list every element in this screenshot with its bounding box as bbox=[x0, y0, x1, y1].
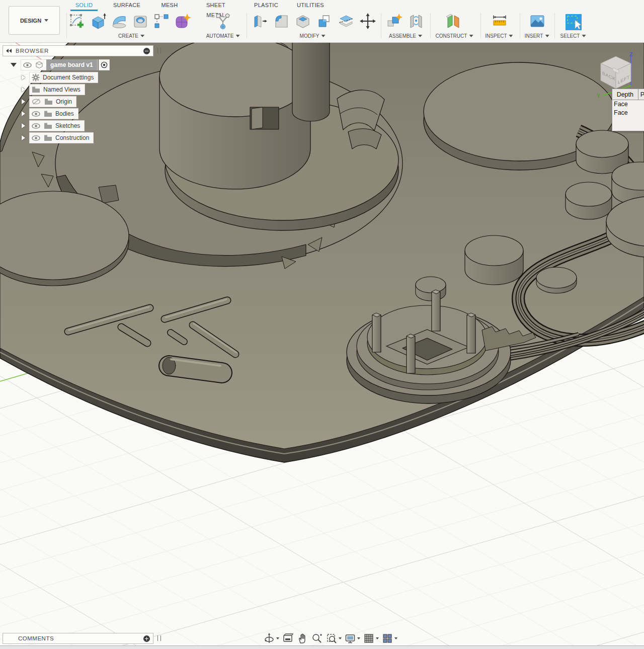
combine-icon[interactable] bbox=[316, 13, 333, 30]
insert-image-icon[interactable] bbox=[529, 13, 546, 30]
expanded-arrow-icon[interactable] bbox=[11, 63, 17, 67]
browser-header[interactable]: BROWSER bbox=[3, 45, 153, 56]
construct-plane-icon[interactable] bbox=[445, 13, 462, 30]
layout-grid-icon bbox=[363, 632, 375, 644]
eye-icon[interactable] bbox=[32, 111, 40, 117]
revolve-icon[interactable] bbox=[111, 13, 128, 30]
folder-icon bbox=[32, 86, 40, 93]
design-menu-label: DESIGN bbox=[20, 18, 41, 24]
new-component-icon[interactable] bbox=[385, 13, 403, 30]
collapsed-arrow-icon[interactable] bbox=[22, 123, 25, 128]
tab-utilities[interactable]: UTILITIES bbox=[296, 0, 325, 11]
tree-row-document-settings[interactable]: Document Settings bbox=[22, 72, 98, 83]
folder-icon bbox=[44, 122, 52, 129]
y-axis-label: Y bbox=[597, 93, 601, 99]
select-icon[interactable] bbox=[564, 13, 583, 32]
comments-title: COMMENTS bbox=[18, 635, 143, 641]
look-at-icon bbox=[282, 632, 294, 644]
group-insert[interactable]: INSERT bbox=[525, 32, 549, 39]
viewports-button[interactable] bbox=[381, 632, 398, 645]
fillet-icon[interactable] bbox=[273, 13, 290, 30]
shell-icon[interactable] bbox=[294, 13, 311, 30]
caret-down-icon bbox=[545, 35, 549, 37]
selection-candidate-face[interactable]: Face bbox=[612, 109, 644, 117]
collapsed-arrow-icon[interactable] bbox=[22, 75, 25, 80]
panel-minimize-icon[interactable] bbox=[143, 48, 150, 54]
depth-column-header: Depth bbox=[612, 89, 638, 100]
group-create[interactable]: CREATE bbox=[118, 32, 144, 39]
eye-icon[interactable] bbox=[23, 62, 32, 68]
folder-icon bbox=[44, 134, 52, 141]
add-comment-icon[interactable] bbox=[143, 635, 150, 642]
browser-title: BROWSER bbox=[16, 48, 143, 54]
group-construct[interactable]: CONSTRUCT bbox=[436, 32, 473, 39]
tree-row-bodies[interactable]: Bodies bbox=[22, 108, 78, 119]
zoom-button[interactable] bbox=[310, 632, 324, 645]
tree-row-sketches[interactable]: Sketches bbox=[22, 120, 85, 131]
selection-candidate-face[interactable]: Face bbox=[612, 100, 644, 109]
selection-depth-header: Depth P bbox=[612, 89, 644, 100]
tree-row-named-views[interactable]: Named Views bbox=[22, 84, 85, 95]
tree-row-origin[interactable]: Origin bbox=[22, 96, 76, 107]
comments-header[interactable]: COMMENTS bbox=[3, 633, 153, 644]
tab-sheet-metal[interactable]: SHEET METAL bbox=[196, 0, 235, 11]
viewport-3d-scene[interactable] bbox=[0, 42, 644, 649]
fit-button[interactable] bbox=[325, 632, 342, 645]
grid-display-button[interactable] bbox=[362, 632, 379, 645]
panel-drag-grip[interactable] bbox=[157, 635, 161, 641]
create-form-icon[interactable] bbox=[174, 13, 191, 30]
design-menu-button[interactable]: DESIGN bbox=[9, 6, 60, 35]
collapsed-arrow-icon[interactable] bbox=[22, 111, 25, 116]
component-name[interactable]: game board v1 bbox=[46, 59, 97, 70]
viewports-icon bbox=[381, 632, 393, 644]
collapse-panel-icon[interactable] bbox=[6, 49, 12, 53]
folder-icon bbox=[44, 98, 53, 105]
tab-surface[interactable]: SURFACE bbox=[111, 0, 142, 11]
caret-down-icon bbox=[469, 35, 473, 37]
comments-panel: COMMENTS bbox=[3, 633, 161, 644]
bottom-edge-strip bbox=[0, 645, 644, 649]
tree-row-root[interactable]: game board v1 bbox=[11, 59, 110, 70]
panel-drag-grip[interactable] bbox=[157, 48, 161, 53]
create-sketch-icon[interactable] bbox=[68, 13, 86, 30]
eye-hidden-icon[interactable] bbox=[32, 98, 41, 105]
press-pull-icon[interactable] bbox=[251, 13, 268, 30]
toolbar-divider bbox=[480, 13, 481, 38]
tree-item-label: Sketches bbox=[55, 122, 80, 129]
hole-icon[interactable] bbox=[132, 13, 149, 30]
group-inspect[interactable]: INSPECT bbox=[485, 32, 513, 39]
eye-icon[interactable] bbox=[32, 123, 40, 129]
rectangular-pattern-icon[interactable] bbox=[153, 13, 170, 30]
pan-button[interactable] bbox=[296, 632, 309, 645]
look-at-button[interactable] bbox=[281, 632, 294, 645]
activate-component-radio[interactable] bbox=[99, 59, 110, 70]
tab-mesh[interactable]: MESH bbox=[159, 0, 180, 11]
orbit-button[interactable] bbox=[263, 632, 280, 645]
tree-item-label: Document Settings bbox=[43, 74, 94, 81]
collapsed-arrow-icon[interactable] bbox=[22, 135, 25, 140]
display-settings-button[interactable] bbox=[344, 632, 361, 645]
caret-down-icon bbox=[235, 35, 239, 37]
split-body-icon[interactable] bbox=[338, 13, 355, 30]
measure-icon[interactable] bbox=[491, 13, 508, 30]
eye-icon[interactable] bbox=[32, 135, 40, 141]
selection-depth-dropdown: Depth P Face Face bbox=[612, 89, 644, 131]
group-assemble[interactable]: ASSEMBLE bbox=[389, 32, 422, 39]
move-icon[interactable] bbox=[359, 13, 376, 30]
group-modify[interactable]: MODIFY bbox=[300, 32, 326, 39]
tree-row-construction[interactable]: Construction bbox=[22, 132, 94, 143]
navigation-toolbar bbox=[263, 632, 398, 645]
collapsed-arrow-icon[interactable] bbox=[22, 99, 25, 104]
collapsed-arrow-icon[interactable] bbox=[22, 87, 25, 92]
tree-item-label: Named Views bbox=[43, 86, 80, 93]
extrude-icon[interactable] bbox=[90, 13, 107, 30]
automate-icon[interactable] bbox=[214, 13, 231, 30]
group-select[interactable]: SELECT bbox=[560, 32, 586, 39]
tab-plastic[interactable]: PLASTIC bbox=[253, 0, 280, 11]
folder-icon bbox=[44, 110, 52, 117]
tree-item-label: Bodies bbox=[55, 110, 74, 117]
group-automate[interactable]: AUTOMATE bbox=[206, 32, 240, 39]
joint-icon[interactable] bbox=[408, 13, 425, 30]
toolbar-divider bbox=[66, 13, 67, 38]
toolbar-divider bbox=[430, 13, 431, 38]
